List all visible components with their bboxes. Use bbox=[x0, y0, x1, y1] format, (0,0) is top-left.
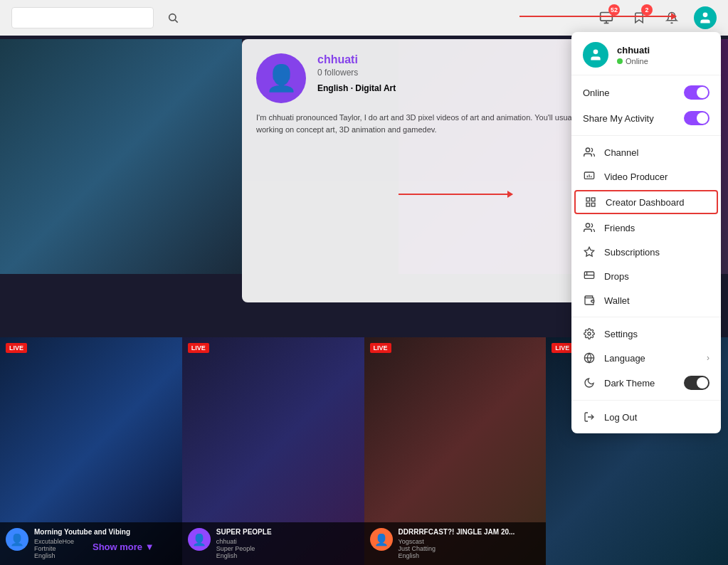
live-badge-3: LIVE bbox=[370, 343, 391, 353]
streamer-game-3: Just Chatting bbox=[399, 545, 541, 552]
drops-label: Drops bbox=[604, 271, 709, 282]
video-producer-item[interactable]: Video Producer bbox=[571, 164, 721, 189]
svg-point-6 bbox=[594, 50, 598, 55]
logout-item[interactable]: Log Out bbox=[571, 405, 721, 429]
dark-theme-icon bbox=[583, 376, 596, 389]
language-chevron: › bbox=[707, 353, 709, 363]
stream-title-1: Morning Youtube and Vibing bbox=[34, 528, 176, 537]
svg-point-5 bbox=[703, 13, 708, 18]
streamer-name-2: chhuati bbox=[216, 538, 359, 545]
navbar-right: 52 2 bbox=[596, 6, 717, 29]
svg-rect-15 bbox=[591, 203, 595, 206]
online-label: Online bbox=[583, 88, 675, 98]
language-label: Language bbox=[604, 353, 698, 364]
stream-thumb-1[interactable]: LIVE 👤 Morning Youtube and Vibing Excuta… bbox=[0, 337, 182, 565]
svg-rect-13 bbox=[591, 198, 595, 201]
friends-label: Friends bbox=[604, 223, 709, 233]
wallet-label: Wallet bbox=[604, 295, 709, 306]
svg-line-1 bbox=[175, 20, 178, 23]
svg-point-7 bbox=[586, 148, 589, 152]
streamer-avatar-2: 👤 bbox=[188, 528, 211, 551]
language-icon bbox=[583, 352, 596, 364]
subscriptions-label: Subscriptions bbox=[604, 247, 709, 258]
subscriptions-icon bbox=[583, 245, 596, 258]
wallet-icon bbox=[583, 294, 596, 307]
streamer-info-3: DDRRRFCAST?! JINGLE JAM 20... Yogscast J… bbox=[399, 528, 541, 559]
stream-title-2: SUPER PEOPLE bbox=[216, 528, 359, 537]
monitor-icon-wrap[interactable]: 52 bbox=[596, 7, 617, 28]
streamer-lang-3: English bbox=[399, 552, 541, 559]
friends-icon bbox=[583, 221, 596, 234]
top-arrow bbox=[519, 16, 676, 17]
search-button[interactable] bbox=[162, 7, 184, 28]
dark-theme-toggle[interactable] bbox=[684, 376, 709, 390]
monitor-badge: 52 bbox=[608, 4, 620, 16]
logout-label: Log Out bbox=[604, 412, 709, 423]
video-producer-icon bbox=[583, 170, 596, 183]
channel-item[interactable]: Channel bbox=[571, 140, 721, 164]
logout-icon bbox=[583, 411, 596, 423]
settings-label: Settings bbox=[604, 329, 709, 339]
nav-section: Channel Video Producer Creator Dashboard bbox=[571, 136, 721, 317]
bg-thumbnail-left bbox=[0, 39, 242, 274]
share-activity-item[interactable]: Share My Activity bbox=[571, 105, 721, 131]
stream-title-3: DDRRRFCAST?! JINGLE JAM 20... bbox=[399, 528, 541, 537]
share-activity-toggle[interactable] bbox=[684, 111, 709, 125]
drops-icon bbox=[583, 270, 596, 282]
dark-theme-label: Dark Theme bbox=[604, 378, 675, 389]
toggle-section: Online Share My Activity bbox=[571, 75, 721, 136]
drops-item[interactable]: Drops bbox=[571, 264, 721, 288]
live-badge-1: LIVE bbox=[6, 343, 27, 353]
live-badge-2: LIVE bbox=[188, 343, 209, 353]
bookmark-icon-wrap[interactable]: 2 bbox=[628, 7, 650, 28]
navbar: 52 2 bbox=[0, 0, 728, 36]
online-toggle-item[interactable]: Online bbox=[571, 80, 721, 105]
settings-item[interactable]: Settings bbox=[571, 322, 721, 346]
stream-thumb-2[interactable]: LIVE 👤 SUPER PEOPLE chhuati Super People… bbox=[182, 337, 364, 565]
creator-dashboard-item[interactable]: Creator Dashboard bbox=[574, 190, 718, 214]
svg-point-0 bbox=[169, 14, 176, 21]
search-input[interactable] bbox=[11, 7, 154, 28]
profile-bio: I'm chhuati pronounced Taylor, I do art … bbox=[256, 112, 626, 135]
channel-icon bbox=[583, 146, 596, 159]
creator-dashboard-label: Creator Dashboard bbox=[606, 197, 708, 208]
stream-thumb-3[interactable]: LIVE 👤 DDRRRFCAST?! JINGLE JAM 20... Yog… bbox=[364, 337, 547, 565]
streamer-info-2: SUPER PEOPLE chhuati Super People Englis… bbox=[216, 528, 359, 559]
svg-rect-12 bbox=[586, 198, 590, 201]
settings-icon bbox=[583, 327, 596, 340]
dropdown-avatar bbox=[583, 42, 608, 68]
video-producer-label: Video Producer bbox=[604, 171, 709, 182]
creator-dashboard-icon bbox=[584, 196, 597, 208]
subscriptions-item[interactable]: Subscriptions bbox=[571, 240, 721, 264]
live-badge-4: LIVE bbox=[552, 343, 573, 353]
dropdown-status: Online bbox=[617, 57, 650, 65]
status-dot bbox=[617, 58, 623, 64]
bookmark-badge: 2 bbox=[641, 4, 653, 16]
user-avatar-button[interactable] bbox=[694, 6, 717, 29]
wallet-item[interactable]: Wallet bbox=[571, 288, 721, 312]
svg-marker-17 bbox=[584, 247, 594, 256]
settings-section: Settings Language › Dark Theme bbox=[571, 317, 721, 401]
channel-label: Channel bbox=[604, 147, 709, 158]
show-more[interactable]: Show more ▼ bbox=[93, 542, 154, 552]
streamer-lang-1: English bbox=[34, 552, 176, 559]
dropdown-menu: chhuati Online Online Share My Activity bbox=[571, 32, 721, 433]
streamer-avatar-3: 👤 bbox=[370, 528, 393, 551]
profile-tag1: English · Digital Art bbox=[317, 83, 396, 93]
streamer-name-3: Yogscast bbox=[399, 538, 541, 545]
online-toggle[interactable] bbox=[684, 85, 709, 100]
profile-name: chhuati bbox=[317, 53, 396, 66]
language-item[interactable]: Language › bbox=[571, 346, 721, 370]
svg-point-16 bbox=[586, 223, 589, 227]
svg-point-21 bbox=[588, 332, 591, 335]
streamer-game-2: Super People bbox=[216, 545, 359, 552]
share-activity-label: Share My Activity bbox=[583, 113, 675, 124]
friends-item[interactable]: Friends bbox=[571, 216, 721, 240]
svg-rect-14 bbox=[586, 203, 590, 206]
profile-avatar: 👤 bbox=[256, 53, 306, 103]
dropdown-username: chhuati bbox=[617, 45, 650, 56]
profile-sub: 0 followers bbox=[317, 68, 396, 78]
dark-theme-item[interactable]: Dark Theme bbox=[571, 370, 721, 396]
streamer-avatar-1: 👤 bbox=[6, 528, 28, 551]
logout-section: Log Out bbox=[571, 401, 721, 433]
